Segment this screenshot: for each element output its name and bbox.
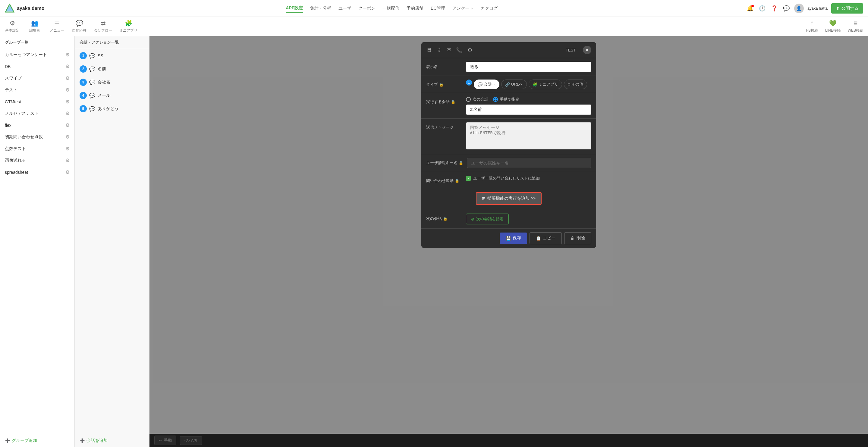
nav-catalog[interactable]: カタログ: [481, 4, 498, 12]
nav-menu[interactable]: ☰ メニュー: [50, 20, 64, 33]
sidebar-item-karusetsu[interactable]: カルーセつアンケート ⚙: [0, 49, 74, 61]
sidebar-item-gtmtest[interactable]: GTMtest ⚙: [0, 96, 74, 107]
checkbox-row: ✓ ユーザー覧の問い合わせリストに追加: [466, 175, 591, 181]
radio-next[interactable]: 次の会話: [466, 97, 488, 102]
nav-ec[interactable]: EC管理: [431, 4, 445, 12]
publish-button[interactable]: ⬆ 公開する: [831, 3, 863, 13]
copy-icon: 📋: [536, 236, 541, 241]
type-url-button[interactable]: 🔗 URLへ: [501, 79, 527, 89]
nav-stats[interactable]: 集計・分析: [310, 4, 331, 12]
add-conv-button[interactable]: ➕ 会話を追加: [75, 434, 149, 447]
nav-line[interactable]: 💚 LINE接続: [825, 20, 841, 33]
logo-icon: [5, 4, 14, 13]
nav-survey[interactable]: アンケート: [453, 4, 473, 12]
next-conv-label: 次の会話 🔒: [426, 214, 462, 221]
conv-item-2[interactable]: 2 💬 名前: [75, 62, 149, 75]
second-nav-right: f FB接続 💚 LINE接続 🖥 WEB接続: [799, 20, 863, 33]
gear-icon[interactable]: ⚙: [65, 52, 70, 58]
nav-users[interactable]: ユーザ: [338, 4, 351, 12]
notification-badge: [751, 5, 754, 7]
execute-conv-row: 実行する会話 🔒 次の会話 手動で指定: [421, 93, 596, 119]
sidebar-item-mercedes[interactable]: メルセデステスト ⚙: [0, 107, 74, 119]
nav-editor[interactable]: 👥 編集者: [27, 20, 42, 33]
sidebar-item-initial[interactable]: 初期問い合わせ点数 ⚙: [0, 131, 74, 143]
monitor-tab[interactable]: 🖥: [426, 47, 432, 53]
type-other-button[interactable]: □ その他: [564, 79, 587, 89]
top-nav: ayaka demo APP設定 集計・分析 ユーザ クーポン 一括配信 予約店…: [0, 0, 868, 17]
nav-mini-app[interactable]: 🧩 ミニアプリ: [119, 20, 137, 33]
gear-icon[interactable]: ⚙: [65, 134, 70, 140]
link-icon: 🔗: [505, 82, 510, 87]
speech-icon: 💬: [89, 106, 95, 112]
delete-button[interactable]: 🗑 削除: [564, 232, 591, 244]
display-name-control: [466, 62, 591, 72]
notification-icon[interactable]: 🔔: [746, 4, 754, 13]
add-group-button[interactable]: ➕ グループ追加: [0, 434, 74, 447]
save-button[interactable]: 💾 保存: [500, 232, 527, 244]
chat-icon[interactable]: 💬: [782, 4, 790, 13]
sidebar-item-spreadsheet[interactable]: spreadsheet ⚙: [0, 166, 74, 178]
type-miniapp-button[interactable]: 🧩 ミニアプリ: [529, 79, 562, 89]
nav-reservation[interactable]: 予約店舗: [407, 4, 424, 12]
phone-tab[interactable]: 📞: [456, 47, 463, 53]
conv-item-4[interactable]: 4 💬 メール: [75, 89, 149, 102]
sidebar-item-image[interactable]: 画像送れる ⚙: [0, 155, 74, 166]
lock-icon: 🔒: [443, 217, 447, 221]
radio-manual[interactable]: 手動で指定: [493, 97, 519, 102]
avatar[interactable]: 👤: [794, 4, 804, 13]
gear-tab[interactable]: ⚙: [467, 47, 472, 53]
nav-auto-response[interactable]: 💬 自動応答: [72, 20, 87, 33]
user-key-input[interactable]: [467, 158, 591, 168]
conv-item-5[interactable]: 5 💬 ありがとう: [75, 102, 149, 115]
sidebar-item-flex[interactable]: flex ⚙: [0, 119, 74, 131]
sidebar-item-score[interactable]: 点数テスト ⚙: [0, 143, 74, 155]
inquiry-control: ✓ ユーザー覧の問い合わせリストに追加: [466, 175, 591, 181]
reply-message-label: 返信メッセージ: [426, 122, 462, 130]
extend-button[interactable]: ⊞ 拡張機能の実行を追加 >>: [476, 192, 541, 205]
sidebar-item-swipe[interactable]: スワイプ ⚙: [0, 72, 74, 84]
radio-circle-manual: [493, 97, 498, 102]
conv-number: 2: [80, 65, 87, 73]
nav-bulk[interactable]: 一括配信: [382, 4, 399, 12]
speech-icon: 💬: [89, 53, 95, 59]
fb-icon: f: [811, 20, 813, 27]
nav-app-settings[interactable]: APP設定: [286, 4, 303, 13]
more-icon[interactable]: ⋮: [505, 4, 513, 13]
gear-icon[interactable]: ⚙: [65, 169, 70, 175]
conv-item-3[interactable]: 3 💬 会社名: [75, 75, 149, 89]
sidebar-item-db[interactable]: DB ⚙: [0, 61, 74, 72]
help-icon[interactable]: ❓: [770, 4, 778, 13]
logo[interactable]: ayaka demo: [5, 4, 53, 13]
gear-icon[interactable]: ⚙: [65, 146, 70, 152]
sidebar-header: グループ一覧: [0, 36, 74, 49]
conv-select-input[interactable]: [466, 104, 591, 115]
gear-icon[interactable]: ⚙: [65, 64, 70, 69]
inquiry-checkbox[interactable]: ✓: [466, 176, 471, 181]
nav-basic[interactable]: ⚙ 基本設定: [5, 20, 20, 33]
display-name-input[interactable]: [466, 62, 591, 72]
type-conv-button[interactable]: 💬 会話へ: [474, 79, 499, 89]
mail-tab[interactable]: ✉: [447, 47, 451, 53]
gear-icon[interactable]: ⚙: [65, 99, 70, 104]
user-key-control: [467, 158, 591, 168]
reply-message-textarea[interactable]: [466, 122, 591, 150]
clock-icon[interactable]: 🕐: [758, 4, 767, 13]
nav-web[interactable]: 🖥 WEB接続: [848, 20, 863, 33]
gear-icon[interactable]: ⚙: [65, 75, 70, 81]
sidebar-item-test[interactable]: テスト ⚙: [0, 84, 74, 96]
close-icon[interactable]: ✕: [583, 46, 591, 54]
gear-icon[interactable]: ⚙: [65, 122, 70, 128]
nav-conv-flow[interactable]: ⇄ 会話フロー: [94, 20, 112, 33]
podcast-tab[interactable]: 🎙: [436, 47, 442, 53]
nav-fb[interactable]: f FB接続: [806, 20, 818, 33]
web-icon: 🖥: [852, 20, 858, 27]
next-conv-button[interactable]: ⊕ 次の会話を指定: [466, 214, 509, 224]
gear-icon[interactable]: ⚙: [65, 158, 70, 163]
gear-icon[interactable]: ⚙: [65, 110, 70, 116]
nav-coupon[interactable]: クーポン: [358, 4, 375, 12]
save-icon: 💾: [506, 236, 511, 241]
conv-item-1[interactable]: 1 💬 SS: [75, 49, 149, 62]
copy-button[interactable]: 📋 コピー: [530, 232, 562, 244]
gear-icon: ⚙: [10, 20, 15, 27]
gear-icon[interactable]: ⚙: [65, 87, 70, 93]
